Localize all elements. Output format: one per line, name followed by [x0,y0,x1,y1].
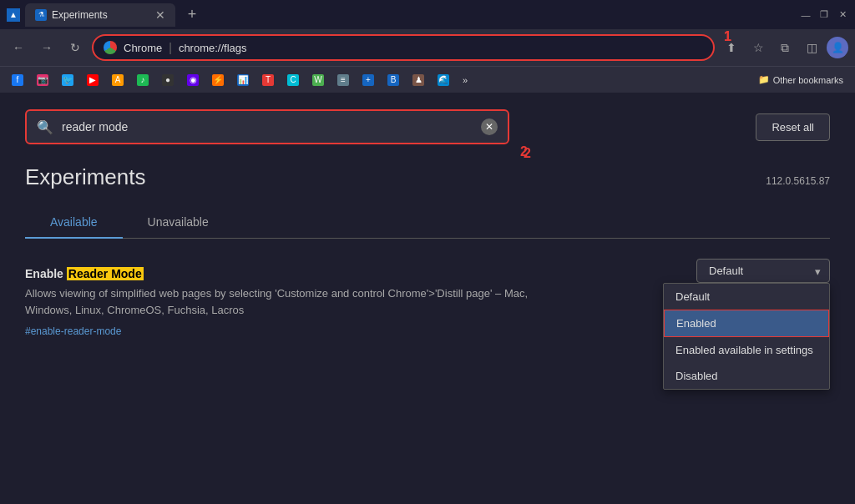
bookmark-4[interactable]: ◉ [182,72,204,88]
bookmark-twitter[interactable]: 🐦 [57,72,78,88]
annotation-1: 1 [724,29,731,44]
flag-description: Allows viewing of simplified web pages b… [25,285,576,318]
bookmark-8-icon: W [312,74,324,86]
bookmark-5-icon: ⚡ [212,74,224,86]
bookmark-facebook-icon: f [12,74,23,86]
bookmark-ocean-icon: 🌊 [438,74,449,86]
main-content: 🔍 ✕ 2 Reset all Experiments 112.0.5615.8… [0,93,855,504]
search-input[interactable] [62,120,473,134]
annotation-2: 2 [524,146,531,161]
reload-button[interactable]: ↻ [63,36,87,59]
reset-all-button[interactable]: Reset all [756,113,830,141]
flag-reader-mode: Enable Reader Mode Allows viewing of sim… [25,259,830,346]
bookmark-11[interactable]: B [382,72,404,88]
other-bookmarks-icon: 📁 [758,74,770,85]
bookmark-9-icon: ≡ [337,74,349,86]
flag-title-highlight: Reader Mode [67,267,144,280]
dropdown-option-enabled-settings[interactable]: Enabled available in settings [664,337,829,363]
bookmark-8[interactable]: W [307,72,329,88]
other-bookmarks-label: Other bookmarks [773,75,843,85]
search-icon: 🔍 [37,119,53,135]
bookmark-10[interactable]: + [357,72,379,88]
profile-avatar[interactable]: 👤 [827,37,848,58]
flag-link[interactable]: #enable-reader-mode [25,325,121,337]
tab-close-button[interactable]: ✕ [155,8,165,22]
bookmark-instagram-icon: 📷 [37,74,48,86]
experiments-header: Experiments 112.0.5615.87 [25,164,830,190]
sidebar-button[interactable]: ◫ [800,36,823,59]
bookmark-10-icon: + [362,74,374,86]
bookmark-7[interactable]: C [282,72,304,88]
bookmark-youtube-icon: ▶ [87,74,99,86]
nav-bar: ← → ↻ Chrome | chrome://flags 1 ⬆ ☆ ⧉ ◫ … [0,29,855,66]
dropdown-option-default[interactable]: Default [664,284,829,310]
flag-title-prefix: Enable [25,267,67,280]
close-button[interactable]: ✕ [837,9,848,21]
bookmark-3[interactable]: ● [157,72,179,88]
tab-title: Experiments [52,9,108,21]
other-bookmarks[interactable]: 📁 Other bookmarks [753,72,848,88]
bookmark-7-icon: C [287,74,299,86]
bookmark-youtube[interactable]: ▶ [82,72,104,88]
title-bar: ▲ ⚗ Experiments ✕ + — ❐ ✕ [0,0,855,29]
window-app-icon: ▲ [7,8,20,22]
address-separator: | [169,41,172,54]
back-button[interactable]: ← [7,36,30,59]
dropdown-option-enabled[interactable]: Enabled [664,310,829,337]
bookmark-4-icon: ◉ [187,74,199,86]
restore-button[interactable]: ❐ [818,9,830,21]
address-url: chrome://flags [179,42,247,54]
bookmark-3-icon: ● [162,74,174,86]
bookmark-music[interactable]: ♪ [132,72,154,88]
search-area: 🔍 ✕ 2 Reset all [25,109,830,144]
address-bar[interactable]: Chrome | chrome://flags 1 [92,34,715,61]
forward-button[interactable]: → [35,36,58,59]
extensions-button[interactable]: ⧉ [773,36,797,59]
bookmarks-bar: f 📷 🐦 ▶ A ♪ ● ◉ ⚡ 📊 T C W ≡ + B ♟ [0,66,855,93]
bookmark-amazon[interactable]: A [107,72,129,88]
search-clear-button[interactable]: ✕ [481,118,498,135]
dropdown-menu: Default Enabled Enabled available in set… [663,283,830,390]
title-bar-left: ▲ ⚗ Experiments ✕ + [7,3,204,27]
nav-actions: ⬆ ☆ ⧉ ◫ 👤 [720,36,848,59]
address-chrome-label: Chrome [124,42,162,54]
bookmark-ocean[interactable]: 🌊 [433,72,454,88]
bookmark-twitter-icon: 🐦 [62,74,73,86]
minimize-button[interactable]: — [800,9,812,21]
bookmark-6-icon: T [262,74,274,86]
flag-control: Default Default Enabled Enabled availabl… [696,259,830,283]
new-tab-button[interactable]: + [180,3,204,27]
bookmark-6[interactable]: T [257,72,279,88]
bookmark-5[interactable]: ⚡ [207,72,229,88]
tab-favicon: ⚗ [35,9,47,21]
bookmark-facebook[interactable]: f [7,72,28,88]
flag-dropdown-button[interactable]: Default [696,259,830,283]
search-box[interactable]: 🔍 ✕ 2 [25,109,509,144]
window-controls: — ❐ ✕ [800,9,848,21]
bookmark-music-icon: ♪ [137,74,149,86]
bookmark-chess-icon: ♟ [412,74,424,86]
bookmark-analytics-icon: 📊 [237,74,249,86]
bookmark-11-icon: B [387,74,399,86]
bookmarks-more-label: » [463,75,468,85]
dropdown-option-disabled[interactable]: Disabled [664,363,829,389]
tab-available[interactable]: Available [25,207,123,239]
browser-tab-active[interactable]: ⚗ Experiments ✕ [25,3,175,27]
bookmark-instagram[interactable]: 📷 [32,72,53,88]
bookmark-9[interactable]: ≡ [332,72,354,88]
tabs-row: Available Unavailable [25,207,830,239]
version-text: 112.0.5615.87 [766,175,830,187]
dropdown-wrapper: Default Default Enabled Enabled availabl… [696,259,830,283]
tab-unavailable[interactable]: Unavailable [123,207,234,238]
page-title: Experiments [25,164,146,190]
bookmark-button[interactable]: ☆ [746,36,770,59]
chrome-icon [104,41,117,54]
bookmark-chess[interactable]: ♟ [407,72,429,88]
bookmark-analytics[interactable]: 📊 [232,72,254,88]
bookmarks-more[interactable]: » [458,73,473,88]
bookmark-amazon-icon: A [112,74,124,86]
